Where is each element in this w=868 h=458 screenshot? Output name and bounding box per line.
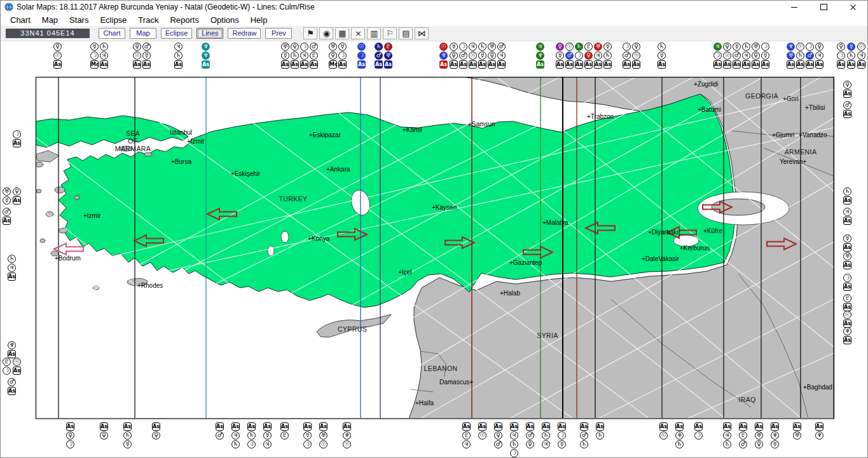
menu-help[interactable]: Help bbox=[245, 15, 273, 25]
menu-reports[interactable]: Reports bbox=[164, 15, 205, 25]
maximize-icon bbox=[820, 4, 827, 10]
solar-maps-window: Istanbul+Izmit+Bursa+Eskişehir+Eskipazar… bbox=[0, 0, 868, 458]
map-canvas bbox=[1, 1, 868, 458]
window-controls bbox=[780, 1, 867, 13]
panel-tool-icon[interactable]: ▥ bbox=[367, 27, 381, 39]
toolbar-button-map[interactable]: Map bbox=[130, 28, 156, 39]
menu-stars[interactable]: Stars bbox=[64, 15, 94, 25]
menu-eclipse[interactable]: Eclipse bbox=[94, 15, 132, 25]
menu-track[interactable]: Track bbox=[132, 15, 164, 25]
toolbar-button-redraw[interactable]: Redraw bbox=[228, 28, 261, 39]
marker-tool-icon[interactable]: ⚐ bbox=[383, 27, 397, 39]
menu-chart[interactable]: Chart bbox=[4, 15, 36, 25]
maximize-button[interactable] bbox=[809, 1, 838, 13]
title-bar: Solar Maps: 18.11.2017 Akrep Burcunda Ye… bbox=[1, 1, 867, 13]
window-title: Solar Maps: 18.11.2017 Akrep Burcunda Ye… bbox=[17, 3, 315, 11]
table-tool-icon[interactable]: ▤ bbox=[399, 27, 413, 39]
toolbar-buttons: ChartMapEclipseLinesRedrawPrev bbox=[99, 28, 292, 39]
menu-map[interactable]: Map bbox=[36, 15, 64, 25]
grid-tool-icon[interactable]: ▦ bbox=[335, 27, 349, 39]
minimize-icon bbox=[791, 7, 797, 8]
zoom-tool-icon[interactable]: ◉ bbox=[319, 27, 333, 39]
menu-bar: ChartMapStarsEclipseTrackReportsOptionsH… bbox=[1, 13, 867, 26]
bowtie-tool-icon[interactable]: ⋈ bbox=[415, 27, 429, 39]
toolbar: 33N41 045E14 ChartMapEclipseLinesRedrawP… bbox=[1, 26, 867, 41]
close-button[interactable] bbox=[838, 1, 867, 13]
app-icon bbox=[4, 3, 13, 11]
menu-options[interactable]: Options bbox=[205, 15, 245, 25]
toolbar-button-prev[interactable]: Prev bbox=[265, 28, 292, 39]
minimize-button[interactable] bbox=[780, 1, 809, 13]
delete-tool-icon[interactable]: × bbox=[351, 27, 365, 39]
close-icon bbox=[850, 4, 857, 11]
toolbar-button-lines[interactable]: Lines bbox=[196, 28, 223, 39]
flag-tool-icon[interactable]: ⚑ bbox=[303, 27, 317, 39]
toolbar-button-eclipse[interactable]: Eclipse bbox=[161, 28, 192, 39]
toolbar-button-chart[interactable]: Chart bbox=[99, 28, 125, 39]
coordinate-readout: 33N41 045E14 bbox=[6, 29, 90, 38]
toolbar-icons: ⚑◉▦×▥⚐▤⋈ bbox=[303, 27, 429, 39]
